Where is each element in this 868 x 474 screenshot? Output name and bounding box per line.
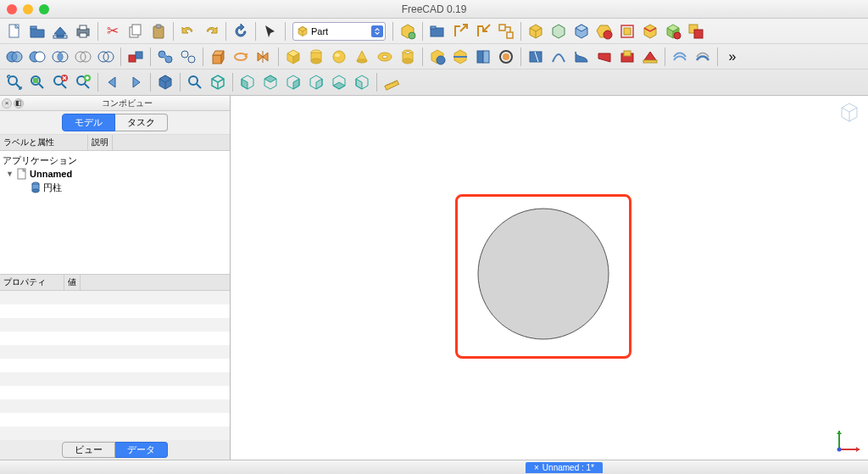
view-front-button[interactable]: [236, 71, 259, 93]
part-e-button[interactable]: [616, 20, 638, 42]
surface-d-button[interactable]: [593, 46, 615, 68]
svg-point-61: [8, 76, 17, 85]
zoom-button[interactable]: [184, 71, 206, 93]
cube-button[interactable]: [282, 46, 304, 68]
svg-rect-31: [129, 55, 136, 62]
svg-rect-5: [80, 33, 86, 37]
print-button[interactable]: [72, 20, 94, 42]
tube-button[interactable]: [397, 46, 419, 68]
part-c-button[interactable]: [570, 20, 593, 42]
draw-style-button[interactable]: [154, 71, 176, 93]
tab-tasks[interactable]: タスク: [115, 114, 168, 131]
part-b-button[interactable]: [548, 20, 570, 42]
make-link-button[interactable]: [397, 20, 419, 42]
tree-item-cylinder[interactable]: 円柱: [3, 181, 227, 194]
fit-selection-button[interactable]: [26, 71, 48, 93]
iso-button[interactable]: [207, 71, 229, 93]
cursor-button[interactable]: [259, 20, 281, 42]
svg-rect-13: [499, 25, 505, 31]
link-in-button[interactable]: [472, 20, 494, 42]
view-top-button[interactable]: [259, 71, 281, 93]
redo-button[interactable]: [200, 20, 222, 42]
property-header-prop: プロパティ: [0, 275, 64, 290]
fit-all-button[interactable]: [3, 71, 25, 93]
boolean-d-button[interactable]: [72, 46, 94, 68]
svg-rect-38: [213, 55, 221, 64]
close-tab-icon[interactable]: ×: [534, 463, 539, 472]
surface-e-button[interactable]: [616, 46, 638, 68]
sphere-button[interactable]: [328, 46, 350, 68]
revolve-button[interactable]: [230, 46, 252, 68]
paste-button[interactable]: [147, 20, 170, 42]
refresh-button[interactable]: [230, 20, 252, 42]
boolean-b-button[interactable]: [26, 46, 48, 68]
measure-button[interactable]: [381, 71, 403, 93]
tree-view[interactable]: アプリケーション ▼ Unnamed 円柱: [0, 151, 230, 275]
fit-error-button[interactable]: [49, 71, 71, 93]
offset-a-button[interactable]: [669, 46, 691, 68]
3d-viewport[interactable]: [231, 96, 868, 460]
copy-button[interactable]: [125, 20, 147, 42]
part-g-button[interactable]: [662, 20, 684, 42]
mirror-button[interactable]: [253, 46, 275, 68]
svg-point-73: [32, 189, 39, 192]
part-h-button[interactable]: [685, 20, 707, 42]
nav-right-button[interactable]: [125, 71, 147, 93]
undo-button[interactable]: [177, 20, 199, 42]
part-tool-a-button[interactable]: [426, 46, 448, 68]
workbench-selector[interactable]: Part: [292, 22, 386, 41]
property-view[interactable]: [0, 291, 230, 440]
nav-left-button[interactable]: [102, 71, 124, 93]
view-rear-button[interactable]: [305, 71, 327, 93]
compound-b-button[interactable]: [177, 46, 199, 68]
part-a-button[interactable]: [525, 20, 547, 42]
tree-root[interactable]: アプリケーション: [3, 153, 227, 167]
panel-float-icon[interactable]: ◧: [14, 98, 24, 109]
part-tool-c-button[interactable]: [472, 46, 494, 68]
part-tool-b-button[interactable]: [449, 46, 471, 68]
svg-rect-4: [80, 25, 86, 30]
surface-c-button[interactable]: [570, 46, 593, 68]
tab-model[interactable]: モデル: [62, 114, 115, 131]
compound-a-button[interactable]: [154, 46, 176, 68]
open-file-button[interactable]: [26, 20, 48, 42]
boolean-a-button[interactable]: [3, 46, 25, 68]
boolean-c-button[interactable]: [49, 46, 71, 68]
svg-rect-20: [694, 30, 703, 38]
cone-button[interactable]: [351, 46, 373, 68]
panel-close-icon[interactable]: ×: [2, 98, 12, 109]
more-tools-button[interactable]: »: [721, 46, 743, 68]
offset-b-button[interactable]: [692, 46, 714, 68]
fit-new-button[interactable]: [72, 71, 94, 93]
part-tool-d-button[interactable]: [495, 46, 517, 68]
disclosure-triangle-icon[interactable]: ▼: [6, 170, 14, 178]
surface-a-button[interactable]: [525, 46, 547, 68]
view-right-button[interactable]: [282, 71, 304, 93]
save-file-button[interactable]: [49, 20, 71, 42]
view-left-button[interactable]: [351, 71, 373, 93]
link-all-button[interactable]: [495, 20, 517, 42]
torus-button[interactable]: [374, 46, 396, 68]
part-f-button[interactable]: [639, 20, 661, 42]
tree-doc[interactable]: ▼ Unnamed: [3, 167, 227, 181]
main-area: × ◧ コンポビュー モデル タスク ラベルと属性 説明 アプリケーション ▼ …: [0, 96, 868, 460]
link-folder-button[interactable]: [426, 20, 448, 42]
titlebar: FreeCAD 0.19: [0, 0, 868, 19]
tab-view[interactable]: ビュー: [62, 442, 115, 458]
boolean-e-button[interactable]: [95, 46, 117, 68]
cut-button[interactable]: ✂: [102, 20, 124, 42]
extrude-button[interactable]: [207, 46, 229, 68]
tab-data[interactable]: データ: [115, 442, 168, 458]
link-out-button[interactable]: [449, 20, 471, 42]
tree-item-label: 円柱: [43, 181, 62, 194]
cylinder-button[interactable]: [305, 46, 327, 68]
document-tab[interactable]: × Unnamed : 1*: [526, 462, 603, 473]
combo-tabs: モデル タスク: [0, 111, 230, 135]
part-d-button[interactable]: [593, 20, 615, 42]
svg-point-50: [403, 59, 413, 64]
surface-b-button[interactable]: [548, 46, 570, 68]
attachment-button[interactable]: [125, 46, 147, 68]
surface-f-button[interactable]: [639, 46, 661, 68]
view-bottom-button[interactable]: [328, 71, 350, 93]
new-file-button[interactable]: [3, 20, 25, 42]
